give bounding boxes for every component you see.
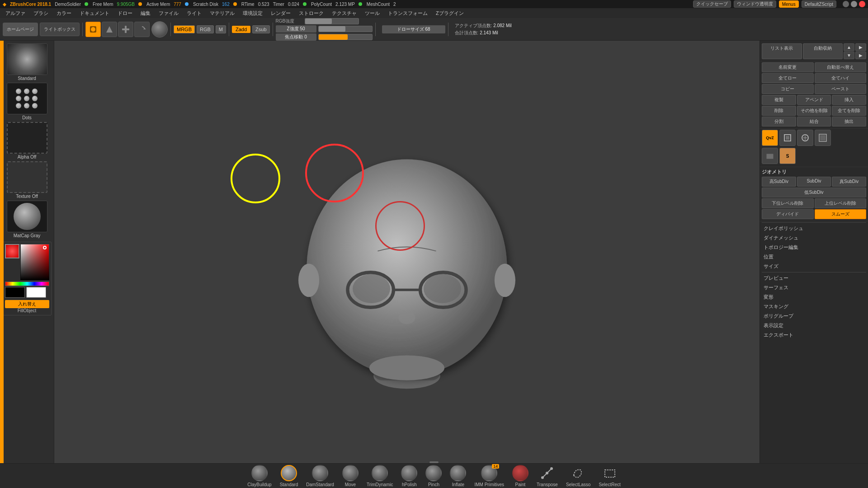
rgb-btn[interactable]: RGB bbox=[197, 25, 214, 33]
divbide-btn[interactable]: ディバイド bbox=[762, 209, 814, 219]
home-btn[interactable]: ホームページ bbox=[3, 23, 38, 36]
delete-all-btn[interactable]: 全てを削除 bbox=[832, 106, 866, 116]
menu-brush[interactable]: ブラシ bbox=[30, 9, 52, 18]
linefill-btn[interactable] bbox=[815, 130, 831, 146]
menu-texture[interactable]: テクスチャ bbox=[328, 9, 360, 18]
higher-subdiv-btn[interactable]: 高SubDiv bbox=[762, 177, 796, 187]
subdiv-btn[interactable]: SubDiv bbox=[797, 177, 831, 187]
position-item[interactable]: 位置 bbox=[760, 252, 868, 262]
clay-polish-item[interactable]: クレイポリッシュ bbox=[760, 224, 868, 233]
auto-sort-btn[interactable]: 自動並べ替え bbox=[815, 62, 867, 72]
window-trans-btn[interactable]: ウィンドウ透明度 bbox=[734, 0, 776, 8]
lightbox-btn[interactable]: ライトボックス bbox=[40, 23, 80, 36]
insert-btn[interactable]: 挿入 bbox=[832, 95, 866, 105]
delete-btn[interactable]: 削除 bbox=[762, 106, 796, 116]
true-subdiv-btn[interactable]: 真SubDiv bbox=[832, 177, 866, 187]
append-btn[interactable]: アペンド bbox=[797, 95, 831, 105]
zoom3d-btn[interactable] bbox=[797, 130, 813, 146]
qvz-btn[interactable]: QvZ bbox=[762, 130, 778, 146]
scale-mode-btn[interactable] bbox=[118, 22, 133, 37]
focal-shift-val[interactable]: 焦点移動 0 bbox=[276, 33, 316, 41]
primary-color-swatch[interactable] bbox=[5, 244, 19, 258]
black-swatch[interactable] bbox=[5, 287, 25, 298]
m-btn[interactable]: M bbox=[216, 25, 226, 33]
topology-edit-item[interactable]: トポロジー編集 bbox=[760, 243, 868, 252]
menu-zplugin[interactable]: Zプラグイン bbox=[432, 9, 467, 18]
del-lower-btn[interactable]: 下位レベル削除 bbox=[762, 198, 814, 208]
menu-material[interactable]: マテリアル bbox=[206, 9, 238, 18]
brush-standard[interactable]: Standard bbox=[5, 43, 50, 81]
divide-btn[interactable]: 分割 bbox=[762, 117, 796, 127]
menu-edit[interactable]: 編集 bbox=[137, 9, 154, 18]
maximize-btn[interactable] bbox=[851, 1, 857, 7]
fill-swap-btn[interactable]: 入れ替え bbox=[5, 300, 49, 308]
menu-color[interactable]: カラー bbox=[53, 9, 75, 18]
zsub-btn[interactable]: Zsub bbox=[252, 25, 269, 33]
arrow-right-btn[interactable]: ▶ bbox=[855, 43, 866, 51]
tool-imm-primitives[interactable]: 14 IMM Primitives bbox=[472, 464, 507, 488]
morph-item[interactable]: 変形 bbox=[760, 292, 868, 302]
tool-clay-buildup[interactable]: ClayBuildup bbox=[245, 464, 274, 488]
merge-btn[interactable]: 結合 bbox=[797, 117, 831, 127]
paste-btn[interactable]: ペースト bbox=[815, 84, 867, 94]
menu-draw[interactable]: ドロー bbox=[114, 9, 136, 18]
polygroup-item[interactable]: ポリグループ bbox=[760, 311, 868, 321]
tool-dam-standard[interactable]: DamStandard bbox=[303, 464, 337, 488]
menu-stroke[interactable]: ストローク bbox=[295, 9, 327, 18]
default-zscript-btn[interactable]: DefaultZScript bbox=[802, 0, 836, 8]
lower-subdiv-btn[interactable]: 低SubDiv bbox=[762, 188, 866, 197]
brush-alpha-off[interactable]: Alpha Off bbox=[5, 122, 50, 160]
masking-item[interactable]: マスキング bbox=[760, 302, 868, 311]
rgb-intensity-slider[interactable] bbox=[305, 18, 359, 24]
menu-file[interactable]: ファイル bbox=[155, 9, 182, 18]
tool-transpose[interactable]: Transpose bbox=[534, 464, 561, 488]
focal-shift-slider[interactable] bbox=[318, 34, 373, 40]
color-picker-cursor[interactable] bbox=[43, 246, 47, 249]
brush-texture-off[interactable]: Texture Off bbox=[5, 161, 50, 199]
tool-standard[interactable]: Standard bbox=[277, 464, 301, 488]
close-btn[interactable] bbox=[859, 1, 865, 7]
smooth-btn[interactable]: スムーズ bbox=[815, 209, 867, 219]
menu-light[interactable]: ライト bbox=[183, 9, 205, 18]
size-item[interactable]: サイズ bbox=[760, 262, 868, 271]
surface-item[interactable]: サーフェス bbox=[760, 283, 868, 292]
draw-mode-btn[interactable] bbox=[85, 22, 101, 37]
z-intensity-val[interactable]: Z強度 50 bbox=[276, 25, 316, 33]
main-canvas[interactable] bbox=[54, 41, 760, 463]
draw-size-val[interactable]: ドローサイズ 68 bbox=[382, 25, 445, 33]
tool-pinch[interactable]: Pinch bbox=[423, 464, 444, 488]
menu-render[interactable]: レンダー bbox=[267, 9, 294, 18]
brush-dots[interactable]: Dots bbox=[5, 83, 50, 120]
menu-transform[interactable]: トランスフォーム bbox=[384, 9, 431, 18]
all-high-btn[interactable]: 全てハイ bbox=[815, 73, 867, 83]
rotate-mode-btn[interactable] bbox=[134, 22, 150, 37]
auto-save-btn[interactable]: 自動収納 bbox=[803, 43, 843, 59]
tool-move[interactable]: Move bbox=[340, 464, 361, 488]
minimize-btn[interactable] bbox=[843, 1, 849, 7]
mrgb-btn[interactable]: MRGB bbox=[174, 25, 195, 33]
z-intensity-slider[interactable] bbox=[318, 26, 373, 32]
arrow-right2-btn[interactable]: ▶ bbox=[855, 52, 866, 59]
other-delete-btn[interactable]: その他を削除 bbox=[797, 106, 831, 116]
arrow-down-btn[interactable]: ▼ bbox=[844, 52, 854, 59]
material-preview[interactable] bbox=[151, 21, 168, 38]
transparent-btn[interactable] bbox=[762, 148, 778, 164]
menu-alpha[interactable]: アルファ bbox=[2, 9, 29, 18]
menu-document[interactable]: ドキュメント bbox=[76, 9, 113, 18]
dup-btn[interactable]: 複製 bbox=[762, 95, 796, 105]
solo-btn[interactable]: S bbox=[779, 148, 796, 164]
tool-select-rect[interactable]: SelectRect bbox=[596, 464, 623, 488]
frame-btn[interactable] bbox=[779, 130, 796, 146]
white-swatch[interactable] bbox=[26, 287, 46, 298]
menu-tool[interactable]: ツール bbox=[361, 9, 383, 18]
extract-btn[interactable]: 抽出 bbox=[832, 117, 866, 127]
menu-preferences[interactable]: 環境設定 bbox=[239, 9, 266, 18]
tool-hpolish[interactable]: hPolish bbox=[398, 464, 420, 488]
color-gradient[interactable] bbox=[20, 244, 49, 280]
del-higher-btn[interactable]: 上位レベル削除 bbox=[815, 198, 867, 208]
preview-item[interactable]: プレビュー bbox=[760, 273, 868, 283]
tool-trim-dynamic[interactable]: TrimDynamic bbox=[364, 464, 396, 488]
list-view-btn[interactable]: リスト表示 bbox=[762, 43, 802, 59]
dynamesh-item[interactable]: ダイナメッシュ bbox=[760, 233, 868, 243]
copy-btn[interactable]: コピー bbox=[762, 84, 814, 94]
